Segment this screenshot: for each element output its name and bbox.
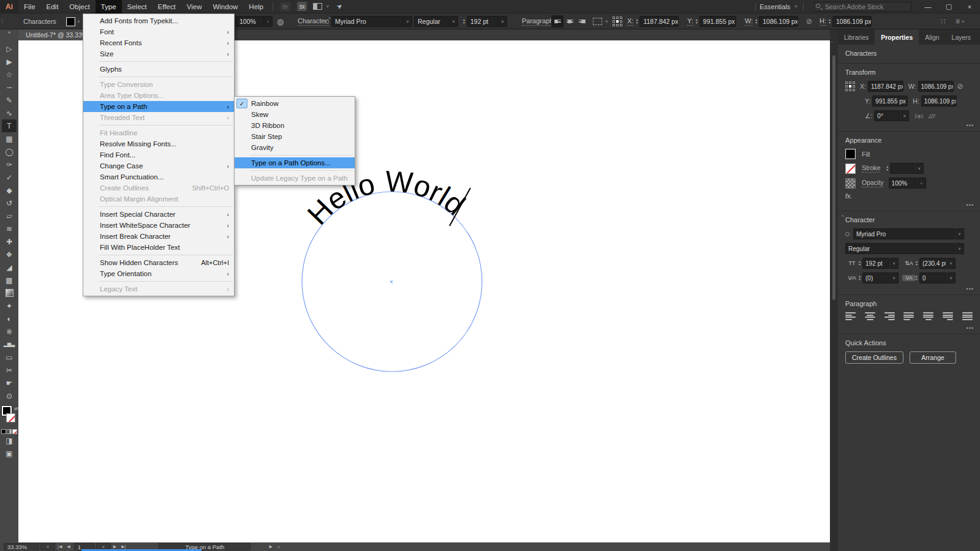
opacity-swatch[interactable] bbox=[845, 178, 856, 189]
lasso-tool[interactable]: ∽ bbox=[2, 81, 17, 94]
font-family-field[interactable]: Myriad Pro bbox=[853, 228, 955, 239]
justify-left-button[interactable] bbox=[903, 312, 914, 320]
align-right-button[interactable] bbox=[884, 312, 895, 320]
menu-item-recent-fonts[interactable]: Recent Fonts› bbox=[83, 37, 234, 48]
w-stepper[interactable]: ▴▾ bbox=[755, 18, 757, 24]
font-family-field[interactable]: Myriad Pro bbox=[331, 16, 404, 27]
font-size-field[interactable]: 192 pt bbox=[467, 16, 499, 27]
panel-options-icon[interactable]: ≡ bbox=[956, 17, 960, 26]
menu-item-insert-whitespace-character[interactable]: Insert WhiteSpace Character› bbox=[83, 220, 234, 231]
h-stepper[interactable]: ▴▾ bbox=[829, 18, 831, 24]
curvature-tool[interactable]: ∿ bbox=[2, 107, 17, 119]
collapse-icon[interactable]: ˂ bbox=[277, 545, 280, 549]
rotate-tool[interactable]: ↺ bbox=[2, 197, 17, 209]
link-dimensions-icon[interactable]: ⊘ bbox=[957, 82, 963, 91]
w-field[interactable]: 1086.109 px bbox=[759, 16, 798, 27]
more-options-icon[interactable]: ••• bbox=[967, 202, 974, 208]
justify-right-button[interactable] bbox=[943, 312, 953, 320]
submenu-item-type-on-a-path-options[interactable]: Type on a Path Options... bbox=[235, 157, 355, 168]
menu-item-resolve-missing-fonts[interactable]: Resolve Missing Fonts... bbox=[83, 138, 234, 149]
menu-item-glyphs[interactable]: Glyphs bbox=[83, 64, 234, 75]
zoom-tool[interactable]: ⊙ bbox=[2, 389, 17, 402]
type-tool[interactable]: T bbox=[2, 119, 17, 132]
leading-field[interactable]: (230.4 pt bbox=[919, 258, 946, 269]
free-transform-tool[interactable]: ❖ bbox=[2, 248, 17, 261]
blend-tool[interactable]: ◐ bbox=[2, 312, 17, 325]
menu-item-show-hidden-characters[interactable]: Show Hidden CharactersAlt+Ctrl+I bbox=[83, 257, 234, 268]
create-outlines-button[interactable]: Create Outlines bbox=[845, 351, 903, 364]
tab-align[interactable]: Align bbox=[919, 29, 945, 45]
menu-item-find-font[interactable]: Find Font... bbox=[83, 149, 234, 160]
justify-center-button[interactable] bbox=[923, 312, 933, 320]
y-field[interactable]: 991.855 px bbox=[699, 16, 736, 27]
kerning-field[interactable]: (0) bbox=[862, 272, 889, 283]
menu-view[interactable]: View bbox=[181, 0, 208, 13]
menu-item-insert-special-character[interactable]: Insert Special Character› bbox=[83, 209, 234, 220]
workspace-switcher[interactable]: Essentials bbox=[760, 3, 790, 10]
menu-item-smart-punctuation[interactable]: Smart Punctuation... bbox=[83, 171, 234, 182]
chevron-down-icon[interactable]: ˅ bbox=[404, 16, 412, 27]
chevron-down-icon[interactable]: ˅ bbox=[914, 163, 924, 174]
width-tool[interactable]: ≋ bbox=[2, 222, 17, 235]
font-style-field[interactable]: Regular bbox=[845, 243, 955, 254]
select-similar-icon[interactable] bbox=[593, 18, 602, 25]
scrollbar-thumb[interactable] bbox=[832, 55, 835, 300]
puppet-warp-tool[interactable]: ✚ bbox=[2, 235, 17, 248]
chevron-down-icon[interactable]: ˅ bbox=[499, 16, 507, 27]
menu-item-type-orientation[interactable]: Type Orientation› bbox=[83, 268, 234, 279]
opacity-label[interactable]: Opacity bbox=[862, 179, 884, 187]
opacity-field[interactable]: 100% bbox=[889, 178, 917, 189]
column-graph-tool[interactable]: ▂▆▃ bbox=[2, 338, 17, 351]
artboard-tool[interactable]: ▭ bbox=[2, 351, 17, 364]
menu-type[interactable]: Type bbox=[96, 0, 122, 13]
none-mode-icon[interactable] bbox=[12, 429, 17, 434]
restore-button[interactable]: ▢ bbox=[938, 0, 959, 13]
menu-select[interactable]: Select bbox=[122, 0, 153, 13]
x-stepper[interactable]: ▴▾ bbox=[636, 18, 638, 24]
reference-point-selector[interactable] bbox=[845, 81, 855, 91]
rectangle-grid-tool[interactable]: ▦ bbox=[2, 132, 17, 145]
h-label[interactable]: H: bbox=[820, 17, 826, 26]
justify-all-button[interactable] bbox=[962, 312, 973, 320]
chevron-right-icon[interactable]: › bbox=[917, 178, 926, 189]
bridge-icon[interactable]: Br bbox=[280, 2, 291, 11]
font-size-stepper[interactable]: ▴▾ bbox=[463, 18, 465, 24]
adobe-stock-search-input[interactable] bbox=[813, 2, 911, 12]
color-mode-icon[interactable] bbox=[1, 429, 6, 434]
arrange-button[interactable]: Arrange bbox=[910, 351, 956, 364]
menu-item-font[interactable]: Font› bbox=[83, 26, 234, 37]
align-right-button[interactable] bbox=[576, 15, 588, 28]
submenu-item-3d-ribbon[interactable]: 3D Ribbon bbox=[235, 120, 355, 131]
scale-tool[interactable]: ▱ bbox=[2, 209, 17, 222]
share-icon[interactable]: ➤ bbox=[335, 2, 344, 12]
menu-item-add-fonts-from-typekit[interactable]: Add Fonts from Typekit... bbox=[83, 15, 234, 26]
align-center-button[interactable] bbox=[564, 15, 576, 28]
chevron-down-icon[interactable]: ˅ bbox=[889, 258, 899, 269]
gradient-mode-icon[interactable] bbox=[7, 429, 12, 434]
menu-file[interactable]: File bbox=[18, 0, 41, 13]
stock-icon[interactable]: St bbox=[297, 2, 307, 11]
menu-item-change-case[interactable]: Change Case› bbox=[83, 160, 234, 171]
more-options-icon[interactable]: ••• bbox=[967, 325, 974, 331]
previous-artboard-icon[interactable]: ◀ bbox=[67, 544, 70, 549]
direct-selection-tool[interactable]: ▶ bbox=[2, 55, 17, 68]
swap-fill-stroke-icon[interactable]: ⇄ bbox=[14, 406, 18, 411]
stroke-weight-field[interactable] bbox=[890, 163, 914, 174]
leading-stepper[interactable]: ▴▾ bbox=[916, 260, 918, 266]
selection-tool[interactable]: ▷ bbox=[2, 42, 17, 55]
menu-item-insert-break-character[interactable]: Insert Break Character› bbox=[83, 231, 234, 242]
globe-icon[interactable]: ◍ bbox=[277, 17, 284, 26]
mesh-tool[interactable]: ▩ bbox=[2, 274, 17, 287]
menu-item-fill-with-placeholder-text[interactable]: Fill With PlaceHolder Text bbox=[83, 242, 234, 253]
flip-horizontal-icon[interactable]: ▷|◁ bbox=[915, 113, 922, 119]
arrange-documents-icon[interactable]: ˅ bbox=[313, 3, 331, 10]
tracking-field[interactable]: 0 bbox=[919, 272, 946, 283]
h-field[interactable]: 1086.109 px bbox=[832, 16, 872, 27]
y-stepper[interactable]: ▴▾ bbox=[696, 18, 698, 24]
menu-window[interactable]: Window bbox=[207, 0, 243, 13]
zoom-level-field[interactable]: 33.33% bbox=[4, 543, 39, 550]
w-label[interactable]: W: bbox=[745, 17, 753, 26]
slice-tool[interactable]: ✂ bbox=[2, 364, 17, 377]
stroke-weight-field[interactable]: 100% bbox=[236, 16, 264, 27]
submenu-item-gravity[interactable]: Gravity bbox=[235, 142, 355, 153]
